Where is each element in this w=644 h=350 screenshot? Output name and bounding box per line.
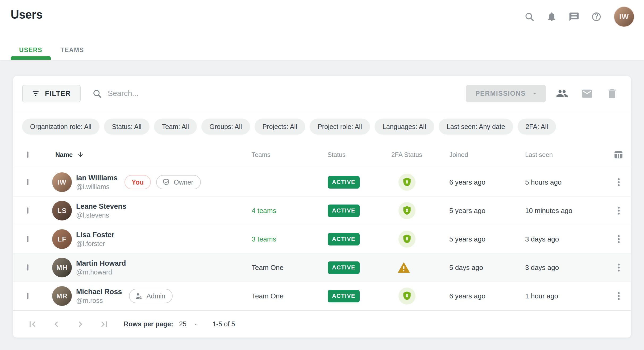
status-badge: ACTIVE [328,290,360,302]
table-body: IW Ian Williams @i.williams You Owner AC… [13,168,631,310]
sort-descending-icon [77,151,84,158]
avatar: LF [52,229,72,249]
filter-chip[interactable]: Languages: All [375,119,434,135]
twofa-warning-icon [397,261,411,274]
row-checkbox[interactable] [27,264,28,270]
row-checkbox[interactable] [27,207,28,214]
search-input[interactable] [108,89,313,98]
column-header-joined[interactable]: Joined [445,151,521,159]
filter-chip-label: Groups: All [209,123,242,131]
last-seen-cell: 5 hours ago [521,178,602,186]
rows-per-page-value: 25 [179,320,186,328]
tab-teams[interactable]: TEAMS [51,40,94,60]
badges: You Owner [124,175,201,189]
avatar-initials: LF [57,235,67,243]
rows-per-page-select[interactable]: 25 [179,320,199,328]
row-menu-button[interactable] [602,262,626,273]
filter-chip[interactable]: Projects: All [255,119,305,135]
teams-cell [247,178,252,186]
filter-chip[interactable]: Project role: All [310,119,370,135]
row-checkbox[interactable] [27,236,28,242]
search-icon [92,89,102,98]
filter-chip-label: Status: All [112,123,142,131]
tab-users[interactable]: USERS [11,40,51,60]
last-page-button[interactable] [98,318,110,330]
filter-icon [32,90,40,98]
delete-button[interactable] [606,88,618,100]
role-badge-label: Owner [174,178,193,186]
row-menu-button[interactable] [602,177,626,188]
last-seen-cell: 10 minutes ago [521,207,602,215]
messages-icon[interactable] [569,12,579,22]
teams-cell[interactable]: 4 teams [247,207,276,215]
first-page-button[interactable] [26,318,39,330]
filter-chip[interactable]: Groups: All [201,119,250,135]
status-badge: ACTIVE [328,233,360,245]
status-badge: ACTIVE [328,261,360,274]
mail-icon [581,88,593,100]
row-menu-button[interactable] [602,291,626,301]
row-menu-button[interactable] [602,205,626,216]
kebab-icon [613,291,624,301]
joined-cell: 5 years ago [445,235,521,243]
help-icon[interactable] [591,12,601,22]
add-to-team-button[interactable] [556,88,568,100]
first-page-icon [27,319,38,330]
avatar-initials: MR [56,292,68,300]
joined-cell: 5 years ago [445,207,521,215]
column-header-name[interactable]: Name [55,151,247,159]
kebab-icon [613,262,624,273]
shield-check-icon [162,178,170,186]
row-checkbox[interactable] [27,179,28,185]
row-menu-button[interactable] [602,234,626,244]
permissions-button[interactable]: PERMISSIONS [466,85,546,102]
chevron-right-icon [75,319,86,330]
chevron-left-icon [51,319,62,330]
columns-icon [613,149,624,160]
teams-cell: Team One [247,292,284,300]
page-title: Users [11,8,43,21]
avatar-initials: MH [56,264,68,272]
chevron-down-icon [531,90,538,97]
users-card: FILTER PERMISSIONS [13,76,631,338]
role-badge: Owner [156,175,201,189]
user-name: Leane Stevens [76,203,126,210]
user-handle: @i.williams [76,184,118,190]
filter-button-label: FILTER [45,90,71,97]
filter-chip[interactable]: Status: All [104,119,149,135]
filter-chip-label: Organization role: All [30,123,92,131]
filter-chips: Organization role: All Status: All Team:… [13,111,631,141]
filter-chip[interactable]: Last seen: Any date [439,119,513,135]
twofa-enabled-icon [398,288,416,305]
kebab-icon [613,234,624,244]
joined-cell: 6 years ago [445,178,521,186]
role-badge-label: Admin [147,292,165,300]
filter-button[interactable]: FILTER [22,85,81,102]
search-icon[interactable] [524,12,534,22]
column-header-teams[interactable]: Teams [247,151,323,159]
tab-users-label: USERS [19,47,42,54]
email-button[interactable] [581,88,593,100]
next-page-button[interactable] [74,318,86,330]
notifications-icon[interactable] [547,12,557,22]
teams-cell[interactable]: 3 teams [247,235,276,243]
user-name: Ian Williams [76,174,118,182]
app-header: Users IW USERS TEAMS [0,0,644,60]
table-row: MR Michael Ross @m.ross Admin Team One A… [13,282,631,310]
previous-page-button[interactable] [50,318,63,330]
status-badge: ACTIVE [328,205,360,217]
row-checkbox[interactable] [27,293,28,299]
table-row: IW Ian Williams @i.williams You Owner AC… [13,168,631,197]
column-header-status[interactable]: Status [323,151,387,159]
group-icon [556,88,568,100]
kebab-icon [613,205,624,216]
filter-chip[interactable]: Organization role: All [22,119,99,135]
column-header-twofa[interactable]: 2FA Status [387,151,445,159]
user-avatar[interactable]: IW [614,6,634,27]
column-header-last-seen[interactable]: Last seen [521,151,602,159]
select-all-checkbox[interactable] [27,152,28,158]
column-settings-button[interactable] [602,149,626,160]
filter-chip[interactable]: Team: All [154,119,197,135]
avatar-initials: LS [57,207,67,215]
filter-chip[interactable]: 2FA: All [518,119,556,135]
